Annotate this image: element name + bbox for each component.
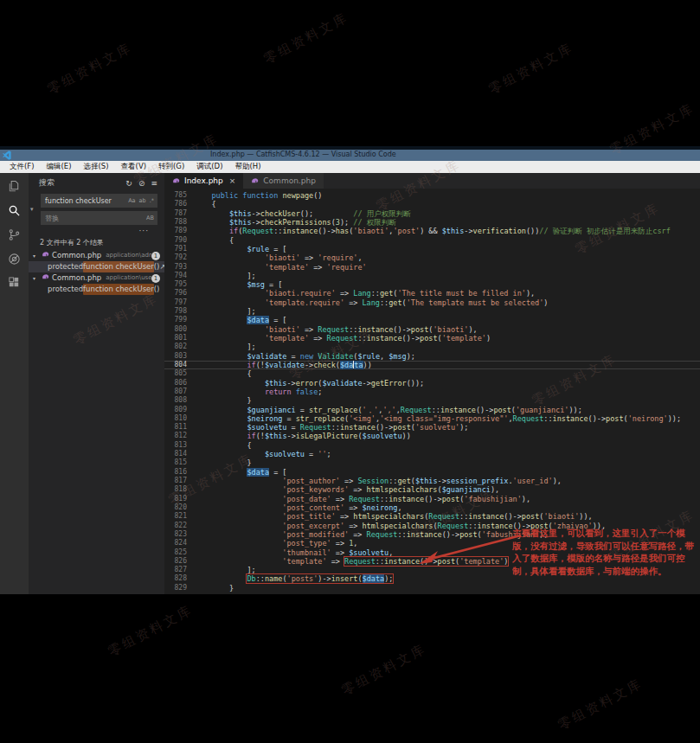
code-line[interactable]: 786 { — [164, 200, 700, 208]
menu-file[interactable]: 文件(F) — [3, 162, 41, 172]
code-line[interactable]: 800 'biaoti' => Request::instance()->pos… — [164, 325, 700, 334]
line-number: 823 — [164, 530, 194, 539]
code-line[interactable]: 801 'template' => Request::instance()->p… — [164, 334, 700, 343]
line-number: 804 — [164, 361, 194, 369]
code-line[interactable]: 795 $msg = [ — [164, 280, 700, 289]
line-number: 796 — [164, 289, 194, 298]
result-file-path: application\user\contr... — [106, 272, 151, 284]
code-line[interactable]: 816 $data = [ — [164, 468, 700, 477]
tab-label: Common.php — [263, 176, 316, 185]
code-text: $suolvetu = Request::instance()->post('s… — [194, 423, 468, 432]
code-text: { — [194, 441, 252, 450]
code-line[interactable]: 817 'post_author' => Session::get($this-… — [164, 477, 700, 485]
code-line[interactable]: 811 $suolvetu = Request::instance()->pos… — [164, 423, 700, 432]
menu-edit[interactable]: 编辑(E) — [41, 162, 78, 172]
line-number: 811 — [164, 423, 194, 432]
search-icon[interactable] — [7, 203, 22, 218]
code-line[interactable]: 798 ]; — [164, 307, 700, 316]
code-line[interactable]: 793 'template' => 'require' — [164, 263, 700, 272]
watermark: 零组资料文库 — [261, 10, 351, 67]
code-line[interactable]: 785 public function newpage() — [164, 191, 700, 200]
code-text: 'template' => 'require' — [194, 263, 367, 272]
code-line[interactable]: 802 ]; — [164, 343, 700, 351]
refresh-icon[interactable]: ↻ — [125, 179, 132, 188]
code-line[interactable]: 813 { — [164, 441, 700, 450]
code-text: } — [194, 396, 252, 405]
whole-word-icon[interactable]: ab — [139, 197, 146, 204]
menu-debug[interactable]: 调试(D) — [190, 162, 228, 172]
tab-common-php[interactable]: Common.php — [243, 173, 324, 189]
code-line[interactable]: 806 $this->error($validate->getError()); — [164, 379, 700, 388]
close-icon[interactable]: × — [229, 176, 236, 185]
code-line[interactable]: 797 'template.require' => Lang::get('The… — [164, 298, 700, 307]
tab-bar: Index.php × Common.php — [164, 173, 700, 189]
code-text: 'biaoti' => Request::instance()->post('b… — [194, 325, 478, 334]
code-line[interactable]: 789 if(Request::instance()->has('biaoti'… — [164, 227, 700, 235]
code-line[interactable]: 818 'post_keywords' => htmlspecialchars(… — [164, 485, 700, 494]
code-line[interactable]: 808 } — [164, 396, 700, 405]
line-number: 794 — [164, 272, 194, 280]
code-line[interactable]: 790 { — [164, 236, 700, 245]
code-line[interactable]: 810 $neirong = str_replace('<img','<img … — [164, 414, 700, 423]
code-line[interactable]: 788 $this->checkPermissions(3); // 权限判断 — [164, 218, 700, 227]
result-match-row[interactable]: protected function checkUser() ↗ × — [29, 261, 164, 272]
code-line[interactable]: 821 'post_title' => htmlspecialchars(Req… — [164, 512, 700, 521]
line-number: 814 — [164, 450, 194, 458]
source-control-icon[interactable] — [7, 227, 22, 242]
clear-search-results-icon[interactable]: ⊘ — [138, 179, 145, 188]
code-line[interactable]: 807 return false; — [164, 388, 700, 396]
toggle-search-details-icon[interactable]: ··· — [41, 227, 149, 235]
watermark: 零组资料文库 — [339, 641, 429, 699]
code-line[interactable]: 809 $guanjianci = str_replace('，',',',Re… — [164, 406, 700, 414]
result-file-path: application\admin\con... — [106, 250, 151, 261]
code-line[interactable]: 794 ]; — [164, 272, 700, 280]
toggle-replace-icon[interactable]: ▾ — [30, 206, 34, 213]
code-line[interactable]: 787 $this->checkUser(); // 用户权限判断 — [164, 209, 700, 218]
match-case-icon[interactable]: Aa — [128, 197, 135, 204]
code-line[interactable]: 792 'biaoti' => 'require', — [164, 253, 700, 262]
debug-icon[interactable] — [7, 252, 22, 266]
menu-go[interactable]: 转到(G) — [152, 162, 190, 172]
code-text: $suolvetu = ''; — [194, 450, 331, 458]
replace-input-box: AB — [41, 211, 157, 225]
result-file-row[interactable]: ▾ Common.php application\user\contr... 1 — [29, 272, 164, 284]
regex-icon[interactable]: .* — [150, 197, 154, 204]
line-number: 810 — [164, 414, 194, 423]
chevron-down-icon[interactable]: ▾ — [33, 250, 40, 261]
code-line[interactable]: 815 } — [164, 458, 700, 467]
collapse-all-icon[interactable]: ≡ — [151, 179, 157, 188]
code-text: ]; — [194, 566, 256, 574]
code-line[interactable]: 814 $suolvetu = ''; — [164, 450, 700, 458]
menu-view[interactable]: 查看(V) — [115, 162, 152, 172]
code-text: 'post_type' => 1, — [194, 539, 357, 548]
code-line[interactable]: 820 'post_content' => $neirong, — [164, 503, 700, 512]
extensions-icon[interactable] — [7, 276, 22, 291]
code-text: if(!$validate->check($data)) — [194, 361, 372, 369]
result-file-row[interactable]: ▾ Common.php application\admin\con... 1 — [29, 250, 164, 261]
code-line[interactable]: 799 $data = [ — [164, 316, 700, 324]
search-input[interactable] — [45, 197, 125, 205]
match-text-hit: function checkUser — [83, 284, 154, 295]
code-line[interactable]: 803 $validate = new Validate($rule, $msg… — [164, 352, 700, 361]
title-bar[interactable]: Index.php — CatfishCMS-4.6.12 — Visual S… — [0, 146, 700, 161]
code-line[interactable]: 812 if(!$this->isLegalPicture($suolvetu)… — [164, 432, 700, 440]
code-text: { — [194, 200, 216, 208]
result-count-badge: 1 — [151, 274, 160, 283]
code-line[interactable]: 819 'post_date' => Request::instance()->… — [164, 495, 700, 503]
code-line[interactable]: 796 'biaoti.require' => Lang::get('The t… — [164, 289, 700, 298]
chevron-down-icon[interactable]: ▾ — [33, 272, 40, 284]
code-line[interactable]: 805 { — [164, 369, 700, 378]
code-line[interactable]: 804 if(!$validate->check($data)) — [164, 361, 700, 369]
code-line[interactable]: 829 } — [164, 584, 700, 592]
menu-help[interactable]: 帮助(H) — [228, 162, 267, 172]
php-file-icon — [42, 250, 49, 261]
code-text: 'template.require' => Lang::get('The tem… — [194, 298, 548, 307]
result-match-row[interactable]: protected function checkUser() — [29, 284, 164, 295]
menu-selection[interactable]: 选择(S) — [78, 162, 115, 172]
code-line[interactable]: 791 $rule = [ — [164, 245, 700, 253]
explorer-icon[interactable] — [7, 179, 22, 194]
search-input-box: Aa ab .* — [41, 194, 157, 208]
tab-index-php[interactable]: Index.php × — [164, 173, 243, 189]
replace-all-icon[interactable]: AB — [146, 215, 154, 221]
replace-input[interactable] — [45, 215, 143, 222]
